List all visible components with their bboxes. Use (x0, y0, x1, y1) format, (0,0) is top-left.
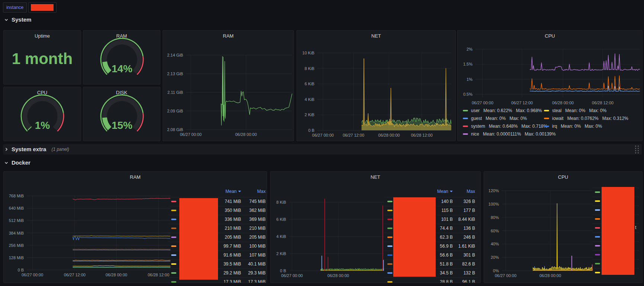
series-color-icon (544, 118, 549, 119)
series-max: Max: 0% (589, 108, 606, 113)
svg-text:06/28 00:00: 06/28 00:00 (235, 132, 257, 137)
drag-handle-icon[interactable] (634, 145, 640, 154)
series-name: user (471, 108, 480, 113)
legend-max-value: 1.61 KiB (458, 242, 475, 251)
redacted-series-names (179, 198, 218, 280)
series-max: Max: 0.00139% (525, 131, 555, 137)
legend-mean-value: 115 B (442, 206, 453, 215)
ram-gauge: 14% (83, 31, 160, 84)
series-color-icon (595, 209, 600, 211)
series-name: irq (552, 124, 557, 129)
series-color-icon (595, 263, 600, 264)
panel-docker-net: NET 8 KiB6 KiB4 KiB2 KiB0 B06/27 00:0006… (270, 171, 481, 283)
legend-max-value: 205 MiB (249, 233, 266, 242)
legend-mean-value: 99.7 MiB (224, 242, 241, 251)
legend-sort-max[interactable]: Max (4, 189, 266, 194)
series-name: nice (471, 131, 479, 137)
svg-text:6 KiB: 6 KiB (305, 82, 314, 86)
legend-entry-guest[interactable]: guestMean: 0%Max: 0% (463, 116, 531, 121)
legend-mean-value: 350 MiB (225, 206, 241, 215)
svg-text:2.09 GiB: 2.09 GiB (167, 109, 183, 113)
chevron-down-icon (4, 18, 9, 22)
section-title: System (12, 16, 31, 23)
section-title: Docker (12, 159, 31, 166)
series-color-icon (387, 272, 393, 274)
svg-text:2 KiB: 2 KiB (305, 112, 314, 117)
series-color-icon (463, 125, 468, 127)
panel-disk-gauge: DISK 15% (83, 87, 160, 141)
legend-mean-value: 336 MiB (225, 215, 241, 224)
series-color-icon (171, 210, 176, 211)
legend-max-value: 326 B (464, 197, 475, 206)
legend-max-value: 107 MiB (249, 251, 266, 260)
series-mean: Mean: 0.0762% (567, 116, 599, 121)
variable-value-dropdown[interactable] (28, 2, 57, 13)
series-color-icon (595, 200, 600, 202)
svg-text:2.14 GiB: 2.14 GiB (167, 53, 183, 57)
series-color-icon (171, 281, 176, 283)
legend-entry-steal[interactable]: stealMean: 0%Max: 0% (544, 108, 610, 113)
series-color-icon (171, 245, 176, 247)
series-color-icon (387, 254, 393, 256)
svg-text:2.11 GiB: 2.11 GiB (167, 90, 183, 95)
legend-max-value: 210 MiB (249, 224, 266, 233)
series-color-icon (595, 245, 600, 247)
svg-text:2.08 GiB: 2.08 GiB (167, 127, 183, 132)
legend-entry-system[interactable]: systemMean: 0.648%Max: 0.718% (463, 124, 551, 129)
panel-system-ram-chart: RAM 2.14 GiB2.13 GiB2.11 GiB2.09 GiB2.08… (163, 30, 294, 141)
legend-max-value: 8.44 KiB (458, 215, 475, 224)
series-name: steal (552, 108, 561, 113)
series-color-icon (387, 263, 393, 265)
legend-mean-value: 101 B (441, 215, 453, 224)
legend-row[interactable]: 28.8 B96.1 B (384, 277, 479, 283)
panel-docker-ram: RAM 768 MiB640 MiB512 MiB384 MiB256 MiB1… (3, 171, 267, 283)
panel-system-net-chart: NET 10 KiB8 KiB6 KiB4 KiB2 KiB0 B06/27 0… (297, 30, 456, 141)
system-net-chart[interactable]: 10 KiB8 KiB6 KiB4 KiB2 KiB0 B06/27 00:00… (297, 31, 455, 141)
series-mean: Mean: 0% (486, 116, 506, 121)
legend-mean-value: 74.4 B (440, 224, 453, 233)
chevron-right-icon (4, 147, 9, 152)
section-row-system-extra[interactable] (3, 144, 642, 155)
series-color-icon (544, 125, 549, 127)
section-header-system[interactable]: System (4, 16, 31, 23)
svg-text:06/27 00:00: 06/27 00:00 (180, 132, 202, 137)
redacted-instance-value (31, 4, 54, 11)
series-max: Max: 0.718% (521, 124, 547, 129)
svg-text:06/28 12:00: 06/28 12:00 (411, 133, 433, 137)
legend-entry-user[interactable]: userMean: 0.622%Max: 0.968% (463, 108, 546, 113)
legend-entry-nice[interactable]: niceMean: 0.0000111%Max: 0.00139% (463, 131, 560, 137)
legend-entry-irq[interactable]: irqMean: 0%Max: 0% (544, 124, 606, 129)
panel-docker-cpu: CPU 120%100%80%60%40%20%0%06/27 00:0006/… (484, 171, 643, 283)
legend-entry-iowait[interactable]: iowaitMean: 0.0762%Max: 0.312% (544, 116, 632, 121)
series-color-icon (171, 236, 176, 238)
section-title: System extra (12, 146, 46, 152)
series-mean: Mean: 0.0000111% (483, 131, 521, 137)
series-color-icon (387, 281, 393, 283)
variable-label: instance (3, 2, 27, 13)
panel-system-cpu-chart: CPU 2%1.5%1%0.5%06/27 00:0006/27 12:0006… (457, 30, 643, 141)
series-color-icon (595, 272, 600, 273)
series-color-icon (387, 236, 393, 238)
system-cpu-legend: userMean: 0.622%Max: 0.968%stealMean: 0%… (458, 31, 642, 141)
series-color-icon (463, 110, 468, 111)
section-header-docker[interactable]: Docker (4, 159, 31, 166)
series-color-icon (387, 228, 393, 229)
series-mean: Mean: 0% (565, 108, 585, 113)
series-color-icon (387, 219, 393, 220)
legend-mean-value: 29.2 MiB (224, 268, 241, 277)
series-max: Max: 0.968% (516, 108, 542, 113)
panel-title-uptime[interactable]: Uptime (4, 33, 81, 39)
system-ram-chart[interactable]: 2.14 GiB2.13 GiB2.11 GiB2.09 GiB2.08 GiB… (163, 31, 294, 141)
cpu-gauge: 1% (4, 87, 81, 141)
series-color-icon (595, 254, 600, 255)
uptime-value: 1 month (4, 50, 81, 68)
series-color-icon (463, 133, 468, 135)
legend-mean-value: 62.3 B (440, 233, 453, 242)
redacted-series-names (393, 197, 436, 277)
section-header-system-extra[interactable]: System extra (1 panel) (4, 146, 69, 152)
disk-gauge: 15% (83, 87, 160, 141)
svg-text:06/27 12:00: 06/27 12:00 (343, 133, 364, 137)
series-mean: Mean: 0.648% (489, 124, 518, 129)
legend-sort-max[interactable]: Max (270, 189, 475, 194)
legend-max-value: 17.3 MiB (248, 277, 266, 283)
